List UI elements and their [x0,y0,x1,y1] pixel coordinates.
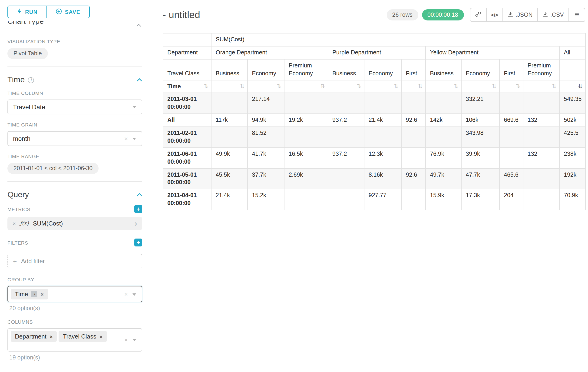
metric-item[interactable]: × ƒ(x) SUM(Cost) › [7,217,142,230]
export-csv-button[interactable]: .CSV [537,8,569,22]
columns-tag[interactable]: Department × [11,331,57,342]
collapse-time-icon[interactable] [137,78,142,82]
chevron-right-icon[interactable]: › [135,220,137,227]
code-icon: </> [491,12,498,18]
row-count-badge: 26 rows [387,9,418,21]
row-header-cell: All [163,114,211,127]
download-icon [542,11,548,18]
export-csv-label: .CSV [550,12,564,18]
columns-tag[interactable]: Travel Class × [59,331,107,342]
save-button[interactable]: SAVE [47,6,89,18]
hamburger-icon: ≡ [575,10,579,20]
sort-desc-icon[interactable]: ⇊ [578,83,582,90]
sort-icon[interactable]: ⇅ [320,83,325,90]
group-by-select[interactable]: Time i × × [7,286,142,302]
value-cell [499,148,523,169]
chevron-up-icon[interactable] [136,21,141,27]
value-cell: 12.3k [364,148,401,169]
query-timer-badge: 00:00:00.18 [422,9,464,21]
sort-icon[interactable]: ⇅ [454,83,458,90]
sort-icon[interactable]: ⇅ [204,83,208,90]
value-cell [328,189,364,210]
travel-class-cell: Business [328,59,364,80]
value-cell: 92.6 [401,114,426,127]
sort-icon[interactable]: ⇅ [394,83,398,90]
sort-cell: ⇅ [284,80,328,93]
sort-cell: ⇅ [499,80,523,93]
value-cell: 238k [559,148,586,169]
value-cell: 15.9k [426,189,461,210]
export-json-button[interactable]: .JSON [503,8,538,22]
columns-select[interactable]: Department × Travel Class × × [7,328,142,351]
row-header-cell: 2011-06-01 00:00:00 [163,148,211,169]
time-range-pill[interactable]: 2011-01-01 ≤ col < 2011-06-30 [7,163,99,174]
run-button-label: RUN [25,9,37,15]
sort-icon[interactable]: ⇅ [357,83,361,90]
value-cell: 142k [426,114,461,127]
time-column-select[interactable]: Travel Date [7,99,142,114]
group-by-tag[interactable]: Time i × [11,289,48,299]
travel-class-cell: Economy [364,59,401,80]
remove-tag-icon[interactable]: × [99,334,103,339]
travel-class-cell: First [499,59,523,80]
clear-icon[interactable]: × [124,336,128,343]
sort-cell: ⇅ [364,80,401,93]
value-cell: 8.16k [364,168,401,189]
time-section-header: Time i [0,67,150,90]
clear-icon[interactable]: × [124,291,128,298]
visualization-type-pill[interactable]: Pivot Table [7,48,48,59]
row-header-cell: 2011-05-01 00:00:00 [163,168,211,189]
metrics-header: METRICS + [0,205,150,213]
value-cell: 81.52 [248,127,284,148]
add-metric-button[interactable]: + [134,205,142,213]
visualization-section: VISUALIZATION TYPE Pivot Table [0,30,150,59]
sort-icon[interactable]: ⇅ [240,83,244,90]
value-cell [284,189,328,210]
sort-icon[interactable]: ⇅ [492,83,496,90]
pivot-table-container: SUM(Cost)DepartmentOrange DepartmentPurp… [163,33,585,210]
time-grain-label: TIME GRAIN [7,122,142,128]
clear-icon[interactable]: × [124,135,128,142]
value-cell: 39.9k [461,148,499,169]
sort-row: Time⇅⇅⇅⇅⇅⇅⇅⇅⇅⇅⇅⇊ [163,80,586,93]
sort-icon[interactable]: ⇅ [277,83,281,90]
sort-icon[interactable]: ⇅ [552,83,556,90]
sort-icon[interactable]: ⇅ [418,83,422,90]
value-cell: 927.77 [364,189,401,210]
action-bar: RUN SAVE [0,0,150,20]
metrics-label: METRICS [7,206,31,212]
add-filter-button[interactable]: + Add filter [7,254,142,268]
value-cell [211,93,248,114]
value-cell: 132 [523,114,559,127]
value-cell: 217.14 [248,93,284,114]
columns-label: COLUMNS [0,312,150,325]
remove-tag-icon[interactable]: × [41,291,44,297]
remove-metric-icon[interactable]: × [12,220,16,227]
travel-class-header-row: Travel ClassBusinessEconomyPremium Econo… [163,59,586,80]
menu-button[interactable]: ≡ [568,8,585,22]
value-cell [401,148,426,169]
remove-tag-icon[interactable]: × [50,334,53,339]
plus-icon: + [13,257,17,265]
time-grain-select[interactable]: month × [7,131,142,146]
value-cell: 106k [461,114,499,127]
value-cell [364,127,401,148]
time-dim-cell: Time⇅ [163,80,211,93]
value-cell: 21.4k [364,114,401,127]
collapse-query-icon[interactable] [137,193,142,197]
value-cell: 204 [499,189,523,210]
copy-link-button[interactable] [470,8,486,22]
pivot-data-row: 2011-05-01 00:00:0045.5k37.7k2.69k8.16k9… [163,168,586,189]
value-cell: 343.98 [461,127,499,148]
travel-class-cell [559,59,586,80]
sort-icon[interactable]: ⇅ [515,83,520,90]
add-filter-plus-button[interactable]: + [134,239,142,246]
sort-cell: ⇅ [248,80,284,93]
value-cell [523,127,559,148]
save-button-label: SAVE [65,9,80,15]
query-section-title: Query [7,190,29,200]
view-query-button[interactable]: </> [486,8,503,22]
value-cell: 76.9k [426,148,461,169]
travel-class-dim-cell: Travel Class [163,59,211,80]
run-button[interactable]: RUN [7,6,47,18]
